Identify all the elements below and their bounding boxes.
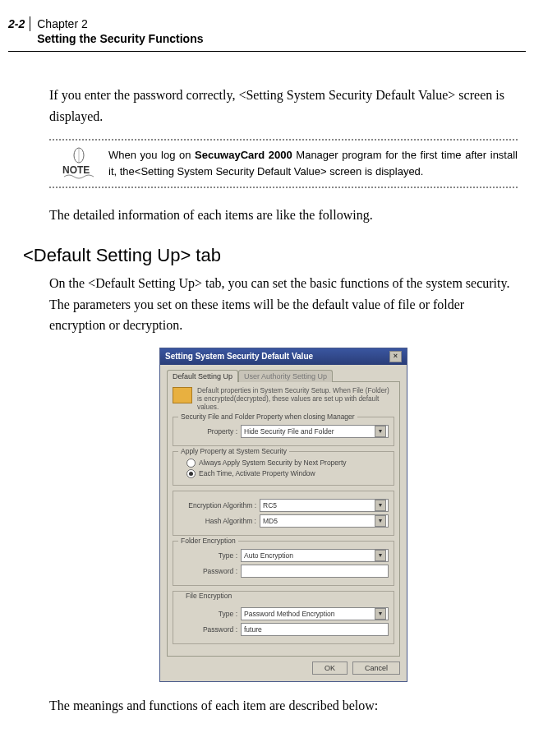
dialog-intro-text: Default properties in System Security Se…	[197, 387, 394, 412]
folder-type-combo[interactable]: Auto Encryption ▼	[241, 549, 389, 562]
tab-user-authority[interactable]: User Authority Setting Up	[238, 370, 333, 382]
file-type-label: Type :	[178, 610, 237, 618]
group-legend: Folder Encryption	[178, 537, 238, 545]
folder-icon	[173, 387, 192, 403]
file-type-value: Password Method Encryption	[244, 610, 335, 618]
dialog-window: Setting System Security Default Value × …	[159, 348, 407, 682]
svg-text:NOTE: NOTE	[62, 164, 90, 176]
hash-algorithm-combo[interactable]: MD5 ▼	[260, 514, 389, 528]
encryption-algorithm-combo[interactable]: RC5 ▼	[260, 499, 389, 512]
note-icon: NOTE	[49, 147, 108, 180]
radio-always-apply[interactable]	[186, 459, 196, 468]
note-text: When you log on SecuwayCard 2000 Manager…	[108, 147, 518, 179]
group-algorithms: Encryption Algorithm : RC5 ▼ Hash Algori…	[173, 491, 394, 536]
radio-each-time[interactable]	[186, 469, 196, 478]
paragraph: The detailed information of each items a…	[49, 205, 518, 226]
group-closing-manager: Security File and Folder Property when c…	[173, 417, 394, 446]
property-label: Property :	[178, 427, 237, 436]
encryption-algorithm-value: RC5	[263, 501, 277, 509]
chevron-down-icon[interactable]: ▼	[375, 426, 386, 437]
folder-password-label: Password :	[178, 567, 237, 575]
folder-password-input[interactable]	[241, 565, 389, 578]
hash-algorithm-label: Hash Algorithm :	[178, 517, 256, 525]
property-combo[interactable]: Hide Security File and Folder ▼	[241, 425, 389, 438]
file-type-combo[interactable]: Password Method Encryption ▼	[241, 607, 389, 620]
cancel-button[interactable]: Cancel	[352, 662, 400, 675]
chevron-down-icon[interactable]: ▼	[375, 500, 386, 511]
dialog-titlebar: Setting System Security Default Value ×	[160, 348, 407, 365]
ok-button[interactable]: OK	[312, 662, 348, 675]
paragraph: If you enter the password correctly, <Se…	[49, 85, 518, 127]
dialog-pane: Default properties in System Security Se…	[167, 381, 400, 657]
note-block: NOTE When you log on SecuwayCard 2000 Ma…	[49, 139, 518, 188]
dialog-title: Setting System Security Default Value	[165, 352, 313, 361]
chevron-down-icon[interactable]: ▼	[375, 515, 386, 527]
radio-label: Each Time, Activate Property Window	[199, 469, 315, 477]
radio-label: Always Apply System Security by Next Pro…	[199, 459, 347, 467]
hash-algorithm-value: MD5	[263, 517, 278, 525]
header-titles: Chapter 2 Setting the Security Functions	[30, 16, 203, 46]
group-legend: Security File and Folder Property when c…	[178, 413, 357, 421]
folder-type-label: Type :	[178, 551, 237, 560]
paragraph: The meanings and functions of each item …	[49, 695, 518, 717]
page-number: 2-2	[8, 16, 30, 31]
section-heading: <Default Setting Up> tab	[23, 245, 526, 266]
group-apply-property: Apply Property at System Security Always…	[173, 451, 394, 486]
note-text-pre: When you log on	[108, 149, 195, 161]
tab-default-setting-up[interactable]: Default Setting Up	[167, 370, 238, 382]
chevron-down-icon[interactable]: ▼	[375, 608, 386, 620]
chevron-down-icon[interactable]: ▼	[375, 550, 386, 561]
property-combo-value: Hide Security File and Folder	[244, 427, 334, 436]
group-legend: Apply Property at System Security	[178, 447, 289, 455]
file-password-label: Password :	[178, 625, 237, 634]
folder-type-value: Auto Encryption	[244, 551, 293, 560]
chapter-label: Chapter 2	[37, 16, 203, 31]
encryption-algorithm-label: Encryption Algorithm :	[178, 501, 256, 509]
page-header: 2-2 Chapter 2 Setting the Security Funct…	[8, 16, 526, 52]
chapter-subtitle: Setting the Security Functions	[37, 31, 203, 46]
group-file-encryption: File Encryption Type : Password Method E…	[173, 591, 394, 644]
group-legend: File Encryption	[183, 592, 394, 600]
group-folder-encryption: Folder Encryption Type : Auto Encryption…	[173, 541, 394, 586]
file-password-input[interactable]: future	[241, 623, 389, 636]
paragraph: On the <Default Setting Up> tab, you can…	[49, 273, 518, 336]
note-text-bold: SecuwayCard 2000	[195, 149, 292, 161]
close-icon[interactable]: ×	[389, 351, 402, 362]
